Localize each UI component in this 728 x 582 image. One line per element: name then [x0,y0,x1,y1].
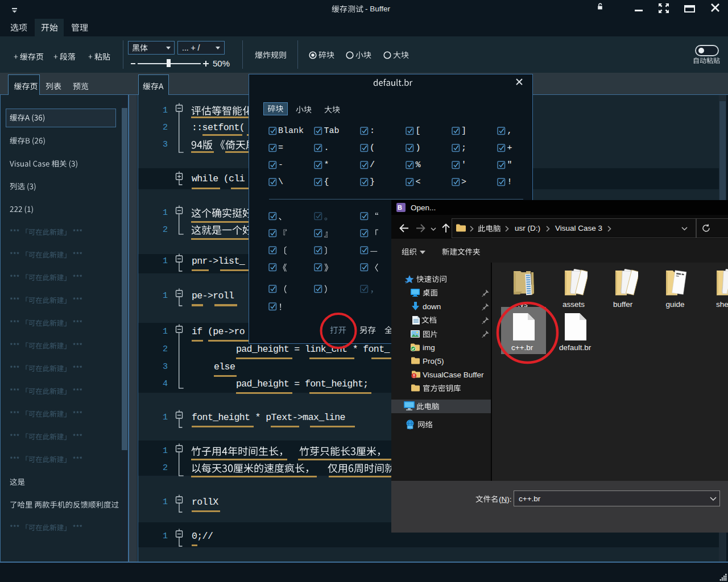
svg-text:B: B [398,204,402,211]
